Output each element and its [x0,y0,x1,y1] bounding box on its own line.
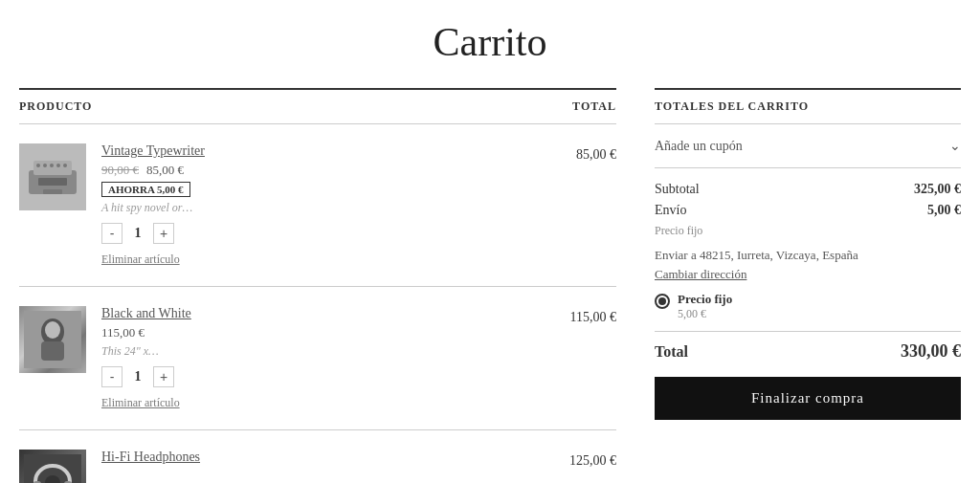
shipping-row: Envío 5,00 € [655,203,961,218]
checkout-button[interactable]: Finalizar compra [655,377,961,420]
shipping-option-row[interactable]: Precio fijo 5,00 € [655,292,961,321]
shipping-option-label: Precio fijo [678,292,732,307]
quantity-decrease-button[interactable]: - [101,223,122,244]
cart-item: Vintage Typewriter 90,00 € 85,00 € AHORR… [19,124,616,287]
quantity-control: - 1 + [101,366,524,387]
quantity-increase-button[interactable]: + [153,366,174,387]
grand-total-row: Total 330,00 € [655,341,961,362]
remove-item-link[interactable]: Eliminar artículo [101,252,180,266]
item-details-bw: Black and White 115,00 € This 24" x… - 1… [101,306,524,410]
item-total: 125,00 € [540,450,616,469]
subtotal-row: Subtotal 325,00 € [655,182,961,197]
quantity-control: - 1 + [101,223,524,244]
page-title: Carrito [19,19,961,65]
grand-total-label: Total [655,343,688,361]
svg-point-12 [45,321,60,339]
shipping-label: Envío [655,203,686,218]
sidebar-title: TOTALES DEL CARRITO [655,88,961,124]
total-column-header: TOTAL [572,99,616,114]
svg-rect-1 [33,161,72,175]
svg-rect-8 [43,189,62,194]
item-price-row: 115,00 € [101,325,524,340]
item-image-typewriter [19,143,86,210]
item-image-bw [19,306,86,373]
product-column-header: PRODUCTO [19,99,92,114]
divider [655,331,961,332]
svg-rect-2 [38,178,67,186]
change-address-link[interactable]: Cambiar dirección [655,267,961,282]
coupon-row[interactable]: Añade un cupón ⌄ [655,124,961,168]
shipping-note: Precio fijo [655,224,961,238]
main-layout: PRODUCTO TOTAL [19,88,961,483]
quantity-increase-button[interactable]: + [153,223,174,244]
item-image-hifi [19,450,86,483]
remove-item-link[interactable]: Eliminar artículo [101,396,180,409]
shipping-option-details: Precio fijo 5,00 € [678,292,732,321]
svg-rect-11 [41,341,64,361]
cart-item-left: Vintage Typewriter 90,00 € 85,00 € AHORR… [19,143,524,267]
cart-item: Hi-Fi Headphones 125,00 € [19,430,616,483]
item-name-typewriter[interactable]: Vintage Typewriter [101,143,524,159]
subtotal-value: 325,00 € [914,182,961,197]
item-description: This 24" x… [101,344,524,359]
quantity-value: 1 [128,226,147,241]
cart-header: PRODUCTO TOTAL [19,88,616,124]
item-description: A hit spy novel or… [101,201,524,215]
item-name-bw[interactable]: Black and White [101,306,524,321]
item-sale-price: 115,00 € [101,325,145,340]
savings-badge: AHORRA 5,00 € [101,182,190,197]
item-details-typewriter: Vintage Typewriter 90,00 € 85,00 € AHORR… [101,143,524,267]
sidebar: TOTALES DEL CARRITO Añade un cupón ⌄ Sub… [655,88,961,433]
shipping-address: Enviar a 48215, Iurreta, Vizcaya, España [655,248,961,263]
shipping-option-price: 5,00 € [678,307,732,321]
svg-point-4 [43,164,47,167]
chevron-down-icon: ⌄ [949,138,961,154]
item-details-hifi: Hi-Fi Headphones [101,450,524,469]
quantity-decrease-button[interactable]: - [101,366,122,387]
shipping-value: 5,00 € [927,203,961,218]
svg-point-7 [63,164,67,167]
grand-total-value: 330,00 € [901,341,961,362]
item-original-price: 90,00 € [101,163,139,178]
item-total: 115,00 € [540,306,616,325]
svg-point-6 [56,164,60,167]
item-price-row: 90,00 € 85,00 € [101,163,524,178]
cart-section: PRODUCTO TOTAL [19,88,616,483]
quantity-value: 1 [128,369,147,384]
item-sale-price: 85,00 € [146,163,184,178]
cart-item-left: Hi-Fi Headphones [19,450,524,483]
subtotal-label: Subtotal [655,182,700,197]
coupon-label: Añade un cupón [655,139,743,154]
shipping-radio[interactable] [655,294,670,309]
page-container: Carrito PRODUCTO TOTAL [0,0,980,483]
svg-point-3 [36,164,40,167]
svg-point-5 [50,164,54,167]
cart-item-left: Black and White 115,00 € This 24" x… - 1… [19,306,524,410]
totals-section: Subtotal 325,00 € Envío 5,00 € Precio fi… [655,168,961,433]
item-name-hifi[interactable]: Hi-Fi Headphones [101,450,524,465]
cart-item: Black and White 115,00 € This 24" x… - 1… [19,287,616,430]
item-total: 85,00 € [540,143,616,163]
